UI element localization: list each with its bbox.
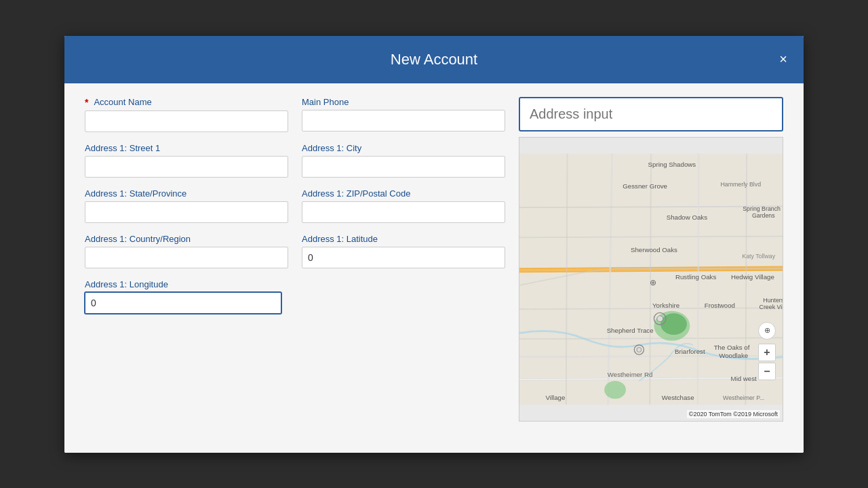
svg-text:Spring Branch: Spring Branch: [743, 205, 781, 211]
map-section: Spring Shadows Gessner Grove Hammerly Bl…: [519, 97, 783, 422]
city-group: Address 1: City: [302, 143, 505, 178]
zip-label: Address 1: ZIP/Postal Code: [302, 188, 505, 199]
svg-text:Yorkshire: Yorkshire: [652, 302, 679, 309]
modal-title: New Account: [391, 51, 477, 68]
form-row-4: Address 1: Country/Region Address 1: Lat…: [85, 234, 505, 268]
svg-text:Village: Village: [545, 394, 565, 401]
map-attribution: ©2020 TomTom ©2019 Microsoft: [687, 410, 780, 418]
zoom-out-button[interactable]: −: [758, 363, 776, 380]
street1-label: Address 1: Street 1: [85, 143, 288, 153]
svg-text:Westheimer Rd: Westheimer Rd: [608, 370, 653, 378]
required-star: *: [85, 97, 88, 108]
account-name-input[interactable]: [85, 110, 288, 132]
zoom-in-button[interactable]: +: [758, 344, 776, 361]
street1-input[interactable]: [85, 156, 288, 178]
map-container[interactable]: Spring Shadows Gessner Grove Hammerly Bl…: [519, 137, 783, 422]
svg-text:Shepherd Trace: Shepherd Trace: [607, 327, 654, 334]
state-input[interactable]: [85, 201, 288, 223]
zip-input[interactable]: [302, 201, 505, 223]
modal-header: New Account ×: [64, 36, 804, 83]
country-group: Address 1: Country/Region: [85, 234, 288, 268]
form-row-3: Address 1: State/Province Address 1: ZIP…: [85, 188, 505, 223]
form-section: * Account Name Main Phone Address 1: Str…: [85, 97, 505, 422]
city-label: Address 1: City: [302, 143, 505, 153]
svg-text:Gessner Grove: Gessner Grove: [623, 182, 667, 189]
svg-text:Rustling Oaks: Rustling Oaks: [675, 273, 716, 281]
latitude-input[interactable]: [302, 247, 505, 268]
main-phone-label: Main Phone: [302, 97, 505, 107]
svg-text:Woodlake: Woodlake: [719, 352, 748, 359]
country-input[interactable]: [85, 247, 288, 268]
main-phone-group: Main Phone: [302, 97, 505, 132]
form-row-5: Address 1: Longitude: [85, 279, 505, 314]
zip-group: Address 1: ZIP/Postal Code: [302, 188, 505, 223]
svg-text:Katy Tollway: Katy Tollway: [742, 253, 775, 260]
svg-text:Gardens: Gardens: [752, 212, 775, 219]
street1-group: Address 1: Street 1: [85, 143, 288, 178]
svg-point-16: [660, 313, 687, 335]
svg-point-21: [637, 347, 642, 352]
state-group: Address 1: State/Province: [85, 188, 288, 223]
close-button[interactable]: ×: [774, 50, 793, 69]
main-phone-input[interactable]: [302, 110, 505, 131]
new-account-modal: New Account × * Account Name Main Phone: [64, 36, 804, 453]
svg-point-19: [657, 315, 663, 321]
latitude-group: Address 1: Latitude: [302, 234, 505, 268]
svg-text:Frostwood: Frostwood: [705, 302, 735, 309]
svg-text:⊕: ⊕: [650, 277, 656, 287]
account-name-group: * Account Name: [85, 97, 288, 132]
svg-text:Shadow Oaks: Shadow Oaks: [667, 213, 707, 220]
address-input[interactable]: [519, 97, 783, 131]
svg-text:Spring Shadows: Spring Shadows: [648, 161, 696, 168]
country-label: Address 1: Country/Region: [85, 234, 288, 244]
svg-text:Sherwood Oaks: Sherwood Oaks: [631, 246, 677, 253]
city-input[interactable]: [302, 156, 505, 178]
modal-footer: [64, 442, 804, 453]
longitude-group: Address 1: Longitude: [85, 279, 281, 314]
form-row-2: Address 1: Street 1 Address 1: City: [85, 143, 505, 178]
longitude-label: Address 1: Longitude: [85, 279, 281, 289]
map-controls: + −: [758, 344, 776, 380]
form-row-1: * Account Name Main Phone: [85, 97, 505, 132]
svg-text:Westheimer P...: Westheimer P...: [723, 394, 764, 401]
latitude-label: Address 1: Latitude: [302, 234, 505, 244]
svg-text:Westchase: Westchase: [662, 394, 694, 401]
svg-text:The Oaks of: The Oaks of: [714, 344, 750, 351]
svg-text:Hammerly Blvd: Hammerly Blvd: [720, 181, 761, 188]
modal-body: * Account Name Main Phone Address 1: Str…: [64, 83, 804, 442]
svg-text:Briarforest: Briarforest: [675, 348, 705, 355]
svg-text:Hedwig Village: Hedwig Village: [731, 273, 774, 281]
state-label: Address 1: State/Province: [85, 188, 288, 199]
svg-text:Creek Villa: Creek Villa: [760, 304, 783, 310]
longitude-input[interactable]: [85, 292, 281, 314]
map-compass[interactable]: ⊕: [758, 322, 776, 340]
svg-text:Mid west: Mid west: [731, 374, 757, 382]
map-svg: Spring Shadows Gessner Grove Hammerly Bl…: [519, 138, 783, 421]
svg-text:Hunters: Hunters: [763, 296, 783, 303]
account-name-label: Account Name: [94, 97, 151, 107]
account-name-label-row: * Account Name: [85, 97, 288, 108]
svg-point-17: [604, 380, 626, 398]
